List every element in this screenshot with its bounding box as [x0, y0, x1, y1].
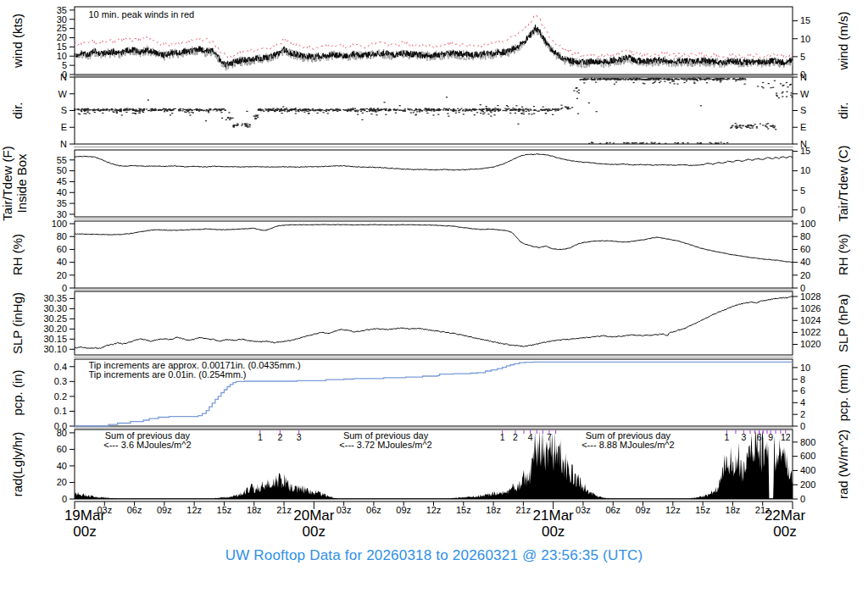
tair-frame [75, 150, 793, 217]
dir-point [171, 113, 173, 114]
panel-tair: 303540455055051015Tair/Tdew (F)Inside Bo… [0, 145, 850, 221]
tair-left-tick-label: 55 [57, 155, 67, 165]
dir-point [552, 108, 554, 109]
dir-point [768, 83, 770, 84]
dir-left-tick-label: W [58, 89, 68, 99]
dir-point [331, 109, 333, 110]
dir-point [303, 112, 305, 113]
dir-point [737, 80, 739, 80]
dir-point [437, 109, 439, 110]
dir-point [567, 108, 569, 109]
panel-pcp: 0.00.10.20.30.40246810pcp. (in)pcp. (mm)… [10, 357, 850, 431]
dir-point [648, 78, 649, 79]
dir-point [236, 125, 237, 126]
dir-point [470, 110, 472, 111]
dir-point [665, 143, 666, 144]
dir-point [314, 109, 316, 110]
dir-point [651, 143, 653, 144]
rad-right-tick-label: 600 [800, 451, 815, 461]
dir-point [481, 110, 482, 111]
hour-tick-label: 12z [426, 505, 442, 515]
dir-point [432, 114, 434, 115]
dir-point [327, 113, 329, 114]
dir-point [742, 125, 743, 126]
dir-point [208, 112, 209, 113]
dir-point [150, 110, 152, 111]
wind-right-axis: 051015 [793, 15, 810, 79]
dir-point [476, 112, 478, 113]
dir-point [506, 105, 508, 106]
dir-point [782, 91, 784, 92]
dir-point [136, 111, 138, 112]
dir-point [284, 108, 286, 109]
dir-point [257, 114, 259, 115]
dir-point [786, 82, 787, 83]
dir-point [307, 111, 309, 112]
rh-left-tick-label: 0 [62, 283, 67, 293]
dir-point [533, 106, 535, 107]
hour-tick-label: 21z [276, 505, 292, 515]
dir-point [373, 108, 375, 109]
dir-point [731, 127, 732, 128]
dir-point [467, 110, 469, 111]
dir-point [741, 128, 743, 129]
dir-point [452, 110, 453, 111]
dir-left-tick-label: N [60, 139, 67, 149]
dir-point [308, 113, 309, 114]
dir-point [715, 143, 717, 144]
dir-point [196, 108, 198, 109]
dir-point [361, 119, 363, 120]
slp-right-tick-label: 1026 [800, 303, 821, 313]
dir-point [643, 142, 644, 143]
dir-point [706, 82, 708, 83]
slp-left-tick-label: 30.20 [43, 324, 67, 334]
hour-tick-label: 06z [127, 505, 142, 515]
sea-level-pressure-inhg [75, 296, 793, 349]
dir-point [770, 125, 771, 126]
dir-left-tick-label: S [61, 105, 67, 115]
mj-marker-label: 1 [724, 432, 729, 442]
dir-point [227, 118, 229, 119]
dir-point [780, 83, 782, 84]
dir-point [310, 109, 312, 110]
wind-mean-kts [75, 25, 793, 67]
dir-point [347, 111, 348, 112]
dir-right-axis: NWSEN [793, 72, 810, 149]
hour-tick-label: 09z [636, 505, 651, 515]
dir-point [404, 108, 406, 109]
dir-point [765, 124, 767, 125]
dir-point [646, 79, 648, 80]
dir-point [295, 113, 297, 114]
dir-point [201, 109, 203, 110]
dir-point [323, 110, 325, 111]
dir-point [615, 81, 617, 82]
mj-marker-label: 3 [741, 432, 746, 442]
dir-point [546, 109, 548, 110]
dir-point [714, 79, 715, 80]
dir-point [142, 111, 143, 112]
dir-point [162, 109, 164, 110]
dir-point [733, 78, 735, 79]
wind-left-tick-label: 5 [62, 60, 67, 70]
day-label-19Mar: 19Mar [64, 507, 106, 524]
dir-point [237, 125, 239, 125]
dir-point [490, 116, 492, 117]
dir-point [84, 114, 86, 114]
dir-point [353, 108, 354, 109]
mj-marker-label: 2 [277, 432, 282, 442]
dir-point [166, 110, 168, 111]
dir-point [790, 95, 792, 96]
dir-point [716, 79, 718, 80]
dir-point [576, 98, 578, 99]
dir-point [241, 125, 242, 126]
dir-point [440, 109, 442, 110]
dir-point [740, 80, 742, 80]
wind-annotation-0: 10 min. peak winds in red [88, 9, 194, 19]
dir-point [293, 109, 295, 110]
dir-point [717, 142, 719, 143]
dir-point [710, 143, 712, 144]
dir-point [633, 78, 635, 79]
dir-point [78, 108, 80, 109]
dir-point [286, 108, 287, 108]
dir-point [448, 110, 449, 111]
